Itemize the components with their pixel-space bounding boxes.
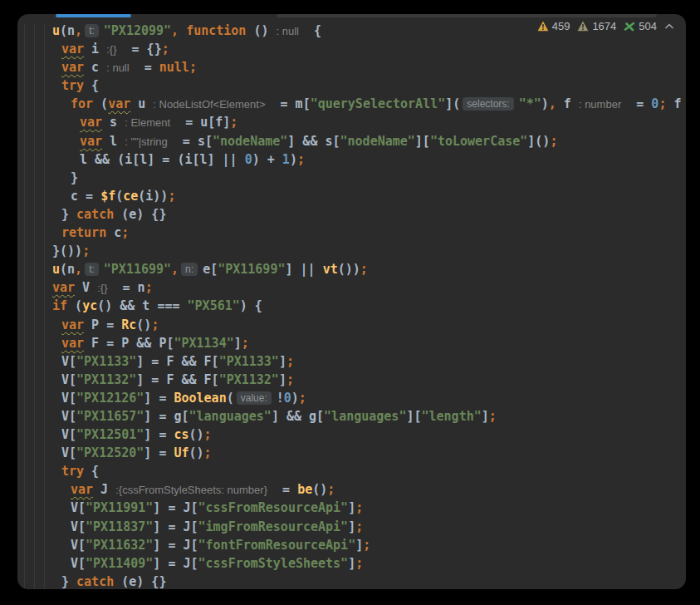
code-token: c [106,225,121,240]
code-token: ) [291,391,299,406]
code-token: "PX11837" [86,519,153,534]
code-token: ; [550,134,557,149]
code-line[interactable]: } [52,169,686,187]
code-line[interactable]: var F = P && P["PX1134"]; [52,334,686,352]
code-line[interactable]: V["PX11991"] = J["cssFromResourceApi"]; [52,499,686,517]
weak-warnings-count[interactable]: 1674 [577,20,616,32]
inlay-parameter-hint: n: [181,263,198,276]
code-line[interactable]: V["PX12501"] = cs(); [52,425,686,444]
code-token: = n [107,280,144,295]
inlay-type-hint: : number [579,98,621,111]
code-token: ] = F && F[ [136,354,218,369]
code-token: u [52,262,60,277]
code-token: (e) {} [114,574,166,589]
code-line[interactable]: var V :{} = n; [52,278,686,297]
inlay-parameter-hint: t: [85,263,99,276]
horizontal-scrollbar-track [277,14,657,17]
code-token: = [621,96,651,111]
code-line[interactable]: V["PX12126"] = Boolean(value:!0); [52,389,686,407]
code-token: cs [174,427,188,442]
code-token: ] [348,500,355,515]
code-token: ; [355,556,363,571]
typos-count[interactable]: 504 [624,20,657,32]
code-token: s [102,115,125,130]
code-line[interactable]: u(n,t:"PX11699",n:e["PX11699"] || vt()); [52,260,686,278]
code-token: "languages" [324,409,406,424]
inlay-parameter-hint: value: [237,391,272,405]
code-line[interactable]: V["PX1132"] = F && F["PX1132"]; [52,371,686,389]
code-line[interactable]: V["PX12520"] = Uf(); [52,444,686,462]
code-token: catch [76,207,114,222]
code-token: ; [204,427,212,442]
inlay-type-hint: : NodeListOf<Element> [153,98,265,111]
code-line[interactable]: try { [52,76,686,95]
code-line[interactable]: try { [52,462,686,480]
inlay-type-hint: :{cssFromStyleSheets: number} [115,484,267,496]
code-token: f < u[ [666,96,686,111]
code-line[interactable]: var s : Element = u[f]; [52,113,686,131]
code-token: var [80,115,102,130]
code-token: V [75,280,97,295]
code-line[interactable]: V["PX11837"] = J["imgFromResourceApi"]; [52,518,686,536]
code-token: J [93,482,115,497]
code-token: ce [123,189,138,204]
code-line[interactable]: }()); [52,242,686,260]
inlay-type-hint: :{} [97,282,107,294]
code-token: if [52,298,67,313]
code-line[interactable]: if (yc() && t === "PX561") { [52,297,686,315]
code-line[interactable]: var l : ""|string = s["nodeName"] && s["… [52,132,686,150]
code-area[interactable]: u(n,t:"PX12099", function () : null {var… [52,22,686,589]
code-line[interactable]: c = $f(ce(i)); [52,187,686,205]
code-token: ] [348,519,355,534]
code-token: var [71,482,93,497]
code-token: ][ [406,409,421,424]
code-line[interactable]: V["PX11632"] = J["fontFromResourceApi"]; [52,536,686,554]
warnings-count[interactable]: 459 [537,20,570,32]
inlay-parameter-hint: t: [85,24,99,37]
code-token: ] = [144,391,174,406]
code-line[interactable]: } catch (e) {} [52,205,686,224]
code-token: { [84,464,99,479]
code-token: "PX12099" [104,23,171,38]
code-token: = s[ [168,134,213,149]
code-token: ( [115,189,123,204]
code-token: "fontFromResourceApi" [198,538,356,553]
code-token: "cssFromStyleSheets" [198,556,349,571]
code-token: for [71,96,93,111]
code-token: "PX11991" [86,500,153,515]
horizontal-scrollbar-thumb[interactable] [56,14,131,17]
code-line[interactable]: var P = Rc(); [52,316,686,334]
code-token: var [61,60,84,75]
code-token: (n [60,23,75,38]
code-token: u [130,96,153,111]
code-line[interactable]: } catch (e) {} [52,573,686,589]
code-token: F = P && P[ [84,336,174,351]
code-token: , [75,23,82,38]
code-token: () [312,482,327,497]
code-line[interactable]: var J :{cssFromStyleSheets: number} = be… [52,480,686,499]
code-line[interactable]: var i :{} = {}; [52,40,686,58]
code-line[interactable]: return c; [52,224,686,242]
code-line[interactable]: for (var u : NodeListOf<Element> = m["qu… [52,95,686,113]
code-token: , [549,96,556,111]
code-token: ( [67,298,82,313]
code-line[interactable]: l && (i[l] = (i[l] || 0) + 1); [52,150,686,169]
code-line[interactable]: V["PX11409"] = J["cssFromStyleSheets"]; [52,554,686,573]
code-line[interactable]: var c : null = null; [52,58,686,76]
code-token: Rc [121,317,136,332]
code-token: ; [145,280,153,295]
code-token: "PX1133" [219,354,279,369]
gutter-line [34,24,35,589]
collapse-inspections-button[interactable] [664,22,674,30]
code-line[interactable]: V["PX1133"] = F && F["PX1133"]; [52,352,686,371]
code-token: "length" [422,409,482,424]
code-token: "PX561" [188,298,240,313]
code-line[interactable]: V["PX11657"] = g["languages"] && g["lang… [52,407,686,425]
code-token: ( [93,96,108,111]
code-token: V[ [61,391,76,406]
typo-icon [624,21,635,32]
code-token: c = [71,189,100,204]
code-token: Boolean [174,391,226,406]
code-token: ! [277,391,284,406]
code-token: V[ [71,500,86,515]
